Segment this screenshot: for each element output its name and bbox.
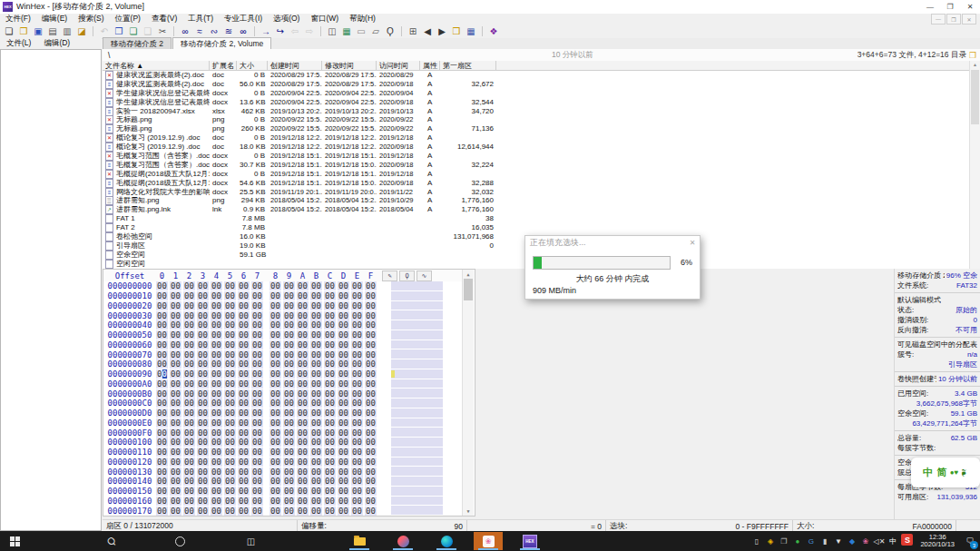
menu-item-6[interactable]: 专业工具(I) xyxy=(219,14,268,25)
hex-byte[interactable]: 00 xyxy=(324,418,336,428)
hex-byte[interactable]: 00 xyxy=(297,408,309,418)
grid-icon[interactable]: ▦ xyxy=(464,25,478,37)
hex-byte[interactable]: 00 xyxy=(283,497,295,506)
hex-byte[interactable]: 00 xyxy=(365,477,377,486)
hex-byte[interactable]: 00 xyxy=(224,438,236,447)
hex-byte[interactable]: 00 xyxy=(324,448,336,457)
hex-byte[interactable]: 00 xyxy=(170,487,181,496)
hex-byte[interactable]: 00 xyxy=(297,398,309,408)
hex-byte[interactable]: 00 xyxy=(170,291,181,300)
hex-scrollbar[interactable]: ▲ ▼ xyxy=(462,270,474,516)
hex-byte[interactable]: 00 xyxy=(351,340,363,349)
continue-search-icon[interactable]: ∾ xyxy=(207,25,221,37)
hex-byte[interactable]: 00 xyxy=(224,369,236,379)
hex-byte[interactable]: 00 xyxy=(365,359,377,369)
hex-byte[interactable]: 00 xyxy=(238,408,250,418)
hex-byte[interactable]: 00 xyxy=(211,281,222,290)
hex-byte[interactable]: 00 xyxy=(365,301,377,310)
hex-text-row[interactable] xyxy=(391,487,443,497)
hex-byte[interactable]: 00 xyxy=(324,359,336,369)
scroll-up-icon[interactable]: ▲ xyxy=(463,270,474,279)
hex-byte[interactable]: 00 xyxy=(211,418,222,428)
hex-byte[interactable]: 00 xyxy=(224,389,236,398)
column-header-6[interactable]: 属性 xyxy=(420,61,440,71)
hex-byte[interactable]: 00 xyxy=(183,398,195,408)
hex-byte[interactable]: 00 xyxy=(170,301,181,310)
hex-byte[interactable]: 00 xyxy=(297,350,309,359)
table-row[interactable]: ≡毛概提纲(2018级五大队12月12日)...docx54.6 KB2019/… xyxy=(103,179,611,188)
hex-byte[interactable]: 00 xyxy=(351,311,363,320)
tab-1[interactable]: 移动存储介质 2, Volume xyxy=(172,37,271,49)
hex-byte[interactable]: 00 xyxy=(238,458,250,467)
hex-byte[interactable]: 00 xyxy=(351,320,363,330)
hex-text-row[interactable] xyxy=(391,398,443,408)
hex-byte[interactable]: 00 xyxy=(224,418,236,428)
hex-byte[interactable]: 00 xyxy=(297,438,309,447)
hex-byte[interactable]: 00 xyxy=(251,281,263,290)
hex-byte[interactable]: 00 xyxy=(170,281,181,290)
hex-byte[interactable]: 00 xyxy=(197,428,209,438)
hex-byte[interactable]: 00 xyxy=(297,448,309,457)
hex-byte[interactable]: 00 xyxy=(183,359,195,369)
hex-byte[interactable]: 00 xyxy=(224,320,236,330)
hex-byte[interactable]: 00 xyxy=(310,507,322,516)
table-row[interactable]: ✕毛概复习范围（含答案）.docxdocx0 B2019/12/18 15:1.… xyxy=(103,152,611,161)
hex-row[interactable]: 0000000400000000000000000000000000000000… xyxy=(103,320,378,330)
hex-byte[interactable]: 00 xyxy=(183,330,195,339)
hex-byte[interactable]: 00 xyxy=(197,477,209,486)
hex-byte[interactable]: 00 xyxy=(197,320,209,330)
hex-byte[interactable]: 00 xyxy=(338,350,349,359)
hex-byte[interactable]: 00 xyxy=(183,428,195,438)
calculator-icon[interactable]: ⊞ xyxy=(406,25,420,37)
hex-byte[interactable]: 00 xyxy=(338,330,349,339)
hex-byte[interactable]: 00 xyxy=(183,379,195,389)
hex-byte[interactable]: 00 xyxy=(351,418,363,428)
hex-byte[interactable]: 00 xyxy=(170,448,181,457)
hex-text-row[interactable] xyxy=(391,310,443,320)
hex-text-row[interactable] xyxy=(391,349,443,359)
data-interpreter-icon[interactable]: ∿ xyxy=(416,271,432,281)
hex-byte[interactable]: 00 xyxy=(365,448,377,457)
hex-byte[interactable]: 00 xyxy=(224,408,236,418)
hex-byte[interactable]: 00 xyxy=(251,408,263,418)
hex-byte[interactable]: 00 xyxy=(365,369,377,379)
hex-byte[interactable]: 00 xyxy=(338,369,349,379)
hex-byte[interactable]: 00 xyxy=(351,408,363,418)
table-row[interactable]: ≡实验一 2018200947.xlsxxlsx462 KB2019/10/13… xyxy=(103,107,611,116)
hex-byte[interactable]: 00 xyxy=(156,359,168,369)
hex-byte[interactable]: 00 xyxy=(183,311,195,320)
help-icon[interactable]: ❖ xyxy=(486,25,501,37)
hex-byte[interactable]: 00 xyxy=(170,359,181,369)
hex-byte[interactable]: 00 xyxy=(324,311,336,320)
hex-byte[interactable]: 00 xyxy=(183,340,195,349)
hex-byte[interactable]: 00 xyxy=(211,497,222,506)
hex-byte[interactable]: 00 xyxy=(297,359,309,369)
new-case-icon[interactable]: ◪ xyxy=(74,25,89,37)
hex-byte[interactable]: 00 xyxy=(270,379,281,389)
open-folder-icon[interactable]: ❐ xyxy=(16,25,31,37)
hex-byte[interactable]: 00 xyxy=(197,281,209,290)
disk-image-icon[interactable]: ▱ xyxy=(368,25,383,37)
hex-byte[interactable]: 00 xyxy=(297,389,309,398)
security-icon[interactable]: ◈ xyxy=(763,534,777,548)
column-header-2[interactable]: 大小 xyxy=(237,61,268,71)
hex-byte[interactable]: 00 xyxy=(238,281,250,290)
hex-byte[interactable]: 00 xyxy=(238,379,250,389)
hex-byte[interactable]: 00 xyxy=(270,497,281,506)
hex-byte[interactable]: 00 xyxy=(365,320,377,330)
hex-byte[interactable]: 00 xyxy=(251,320,263,330)
hex-byte[interactable]: 00 xyxy=(251,369,263,379)
hex-byte[interactable]: 00 xyxy=(338,418,349,428)
hex-byte[interactable]: 00 xyxy=(310,330,322,339)
hex-byte[interactable]: 00 xyxy=(211,487,222,496)
hex-byte[interactable]: 00 xyxy=(251,497,263,506)
hex-byte[interactable]: 00 xyxy=(197,467,209,477)
hex-row[interactable]: 0000001100000000000000000000000000000000… xyxy=(103,448,378,458)
table-row[interactable]: ✕无标题.pngpng0 B2020/09/22 15:5...2020/09/… xyxy=(103,115,611,124)
hex-byte[interactable]: 00 xyxy=(338,359,349,369)
hex-byte[interactable]: 00 xyxy=(224,379,236,389)
hex-byte[interactable]: 00 xyxy=(324,330,336,339)
hex-text-row[interactable] xyxy=(391,389,443,398)
prev-window-icon[interactable]: ◀ xyxy=(420,25,435,37)
hex-byte[interactable]: 00 xyxy=(270,408,281,418)
